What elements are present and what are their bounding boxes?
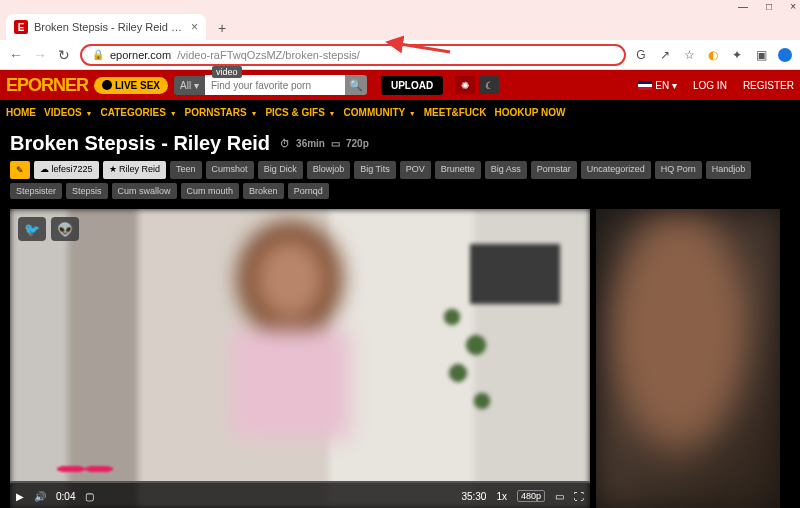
annotation-arrow [395,40,455,64]
nav-home[interactable]: HOME [6,107,36,118]
site-logo[interactable]: EPORNER [6,75,88,96]
nav-categories[interactable]: CATEGORIES ▼ [101,107,177,118]
category-tag[interactable]: Big Tits [354,161,396,179]
nav-videos[interactable]: VIDEOS ▼ [44,107,93,118]
current-time: 0:04 [56,491,75,502]
play-icon[interactable]: ▶ [16,491,24,502]
share-icon[interactable]: ↗ [658,48,672,62]
pip-icon[interactable]: ▢ [85,491,94,502]
nav-community[interactable]: COMMUNITY ▼ [344,107,416,118]
window-close[interactable]: × [790,1,796,12]
total-time: 35:30 [461,491,486,502]
nav-pics[interactable]: PICS & GIFS ▼ [265,107,335,118]
video-resolution: 720p [346,138,369,149]
category-tag[interactable]: Teen [170,161,202,179]
url-path: /video-raFTwqOzsMZ/broken-stepsis/ [177,49,360,61]
register-link[interactable]: REGISTER [743,80,794,91]
upload-button[interactable]: UPLOAD [381,76,443,95]
svg-line-1 [400,44,450,52]
settings-icon[interactable]: ✺ [455,76,475,94]
category-tag[interactable]: Cum mouth [181,183,240,199]
quality-button[interactable]: 480p [517,490,545,502]
reload-button[interactable]: ↻ [56,47,72,63]
fullscreen-icon[interactable]: ⛶ [574,491,584,502]
category-tag[interactable]: Stepsis [66,183,108,199]
video-duration: 36min [296,138,325,149]
pornstar-tag[interactable]: Riley Reid [103,161,167,179]
video-title: Broken Stepsis - Riley Reid [10,132,270,155]
dark-mode-icon[interactable]: ☾ [479,76,499,94]
category-tag[interactable]: POV [400,161,431,179]
search-filter-dropdown[interactable]: All ▾ [174,76,205,95]
category-tag[interactable]: Broken [243,183,284,199]
extensions-icon[interactable]: ✦ [730,48,744,62]
extension-icon[interactable]: ◐ [706,48,720,62]
menu-icon[interactable]: ▣ [754,48,768,62]
video-player[interactable]: 🐦 👽 ▶ 🔊 0:04 ▢ 35:30 1x 480p ▭ ⛶ [10,209,590,508]
category-tag[interactable]: Brunette [435,161,481,179]
category-tag[interactable]: Handjob [706,161,752,179]
hover-tooltip: video [212,66,242,78]
login-link[interactable]: LOG IN [693,80,727,91]
edit-button[interactable]: ✎ [10,161,30,179]
new-tab-button[interactable]: + [210,16,234,40]
category-tag[interactable]: Big Ass [485,161,527,179]
google-icon[interactable]: G [634,48,648,62]
category-tag[interactable]: HQ Porn [655,161,702,179]
category-tag[interactable]: Blowjob [307,161,351,179]
url-domain: eporner.com [110,49,171,61]
language-selector[interactable]: EN ▾ [638,80,677,91]
tab-close-icon[interactable]: × [191,20,198,34]
category-tag[interactable]: Stepsister [10,183,62,199]
bookmark-icon[interactable]: ☆ [682,48,696,62]
browser-tab[interactable]: E Broken Stepsis - Riley Reid – E × [6,14,206,40]
category-tag[interactable]: Uncategorized [581,161,651,179]
resolution-icon: ▭ [331,138,340,149]
favicon: E [14,20,28,34]
back-button[interactable]: ← [8,47,24,63]
profile-icon[interactable]: 👤 [778,48,792,62]
reddit-share-icon[interactable]: 👽 [51,217,79,241]
volume-icon[interactable]: 🔊 [34,491,46,502]
category-tag[interactable]: Pornqd [288,183,329,199]
live-sex-button[interactable]: LIVE SEX [94,77,168,94]
uploader-tag[interactable]: ☁ lefesi7225 [34,161,99,179]
theater-icon[interactable]: ▭ [555,491,564,502]
address-bar[interactable]: 🔒 eporner.com/video-raFTwqOzsMZ/broken-s… [80,44,626,66]
clock-icon: ⏱ [280,138,290,149]
search-button[interactable]: 🔍 [345,75,367,95]
category-tag[interactable]: Cum swallow [112,183,177,199]
nav-hookup[interactable]: HOOKUP NOW [495,107,566,118]
forward-button[interactable]: → [32,47,48,63]
nav-pornstars[interactable]: PORNSTARS ▼ [185,107,258,118]
flag-icon [638,81,652,90]
category-tag[interactable]: Pornstar [531,161,577,179]
tab-title: Broken Stepsis - Riley Reid – E [34,21,185,33]
window-minimize[interactable]: — [738,1,748,12]
lock-icon: 🔒 [92,49,104,60]
search-input[interactable] [205,75,345,95]
speed-button[interactable]: 1x [496,491,507,502]
twitter-share-icon[interactable]: 🐦 [18,217,46,241]
sidebar-thumbnail[interactable] [596,209,780,508]
category-tag[interactable]: Cumshot [206,161,254,179]
window-maximize[interactable]: □ [766,1,772,12]
nav-meet[interactable]: MEET&FUCK [424,107,487,118]
category-tag[interactable]: Big Dick [258,161,303,179]
